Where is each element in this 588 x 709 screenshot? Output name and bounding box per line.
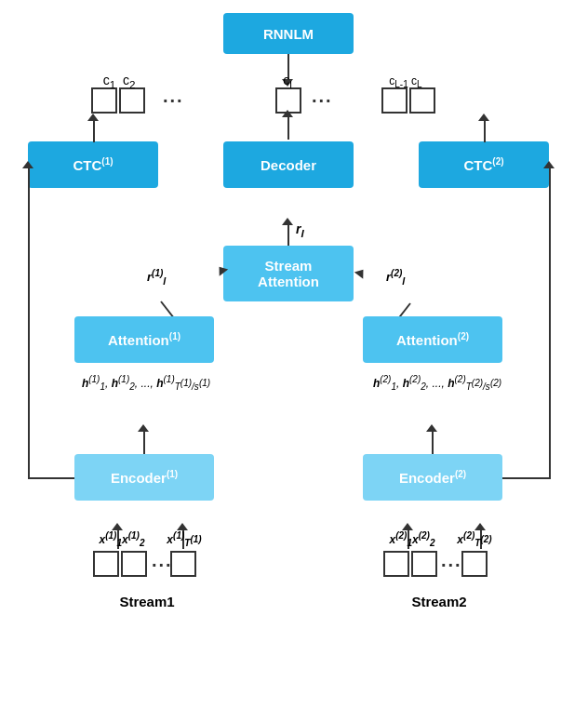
stream-attention-box: StreamAttention — [223, 246, 354, 301]
xt2-box — [461, 551, 488, 577]
rnnlm-label: RNNLM — [263, 26, 314, 42]
encoder1-label: Encoder(1) — [111, 469, 178, 486]
cL1-box — [381, 87, 408, 114]
rnnlm-box: RNNLM — [223, 13, 354, 54]
stream-attention-label: StreamAttention — [258, 258, 319, 289]
decoder-box: Decoder — [223, 141, 354, 188]
x1-box1 — [93, 551, 119, 577]
arrowhead-xt2-enc2 — [474, 523, 486, 530]
ctc2-box: CTC(2) — [419, 141, 549, 188]
x2-label: x(2)1x(2)2 — [380, 530, 445, 548]
arrowhead-x1-enc1 — [112, 523, 123, 530]
x1-input-boxes — [93, 551, 147, 577]
encoder1-box: Encoder(1) — [74, 454, 214, 501]
cL-boxes — [381, 87, 435, 114]
c1-label: c1 c2 — [93, 73, 145, 90]
xt2-label: x(2)T(2) — [456, 530, 493, 548]
arrowhead-ctc1 — [22, 161, 33, 168]
encoder2-box: Encoder(2) — [363, 454, 502, 501]
arrow-enc1-att1 — [143, 428, 145, 454]
x1-label: x(1)1x(1)2 — [89, 530, 154, 548]
stream2-label: Stream2 — [393, 594, 486, 609]
arrowhead-ctc1-cboxes — [87, 114, 99, 121]
xt1-label: x(1)T(1) — [166, 530, 203, 548]
arrowhead-enc2-att2 — [426, 424, 437, 432]
arrow-enc1-ctc1-h — [28, 477, 74, 479]
dots-cl-cL: ··· — [312, 90, 333, 112]
arrowhead-enc1-att1 — [138, 424, 149, 432]
stream1-label: Stream1 — [100, 594, 194, 609]
arrow-enc2-ctc2-h — [502, 477, 551, 479]
x1-box2 — [121, 551, 147, 577]
arrowhead-att2-sa — [354, 266, 368, 279]
ctc1-label: CTC(1) — [73, 156, 113, 173]
attention1-box: Attention(1) — [74, 316, 214, 363]
ctc2-label: CTC(2) — [463, 156, 503, 173]
x2-input-boxes — [383, 551, 437, 577]
c1-box1 — [91, 87, 117, 114]
c1-boxes — [91, 87, 145, 114]
arrowhead-ctc2-cboxes — [478, 114, 489, 121]
ctc1-box: CTC(1) — [28, 141, 158, 188]
arrow-ctc2-cboxes — [484, 117, 486, 142]
c1-box2 — [119, 87, 145, 114]
cL-box — [409, 87, 435, 114]
h1-label: h(1)1, h(1)2, ..., h(1)T(1)/s(1) — [48, 374, 244, 392]
dots-c2-cl: ··· — [163, 90, 184, 112]
encoder2-label: Encoder(2) — [399, 469, 466, 486]
architecture-diagram: RNNLM c1 c2 ··· cl ··· cL-1 cL CTC(1) De… — [0, 0, 588, 709]
arrowhead-sa-up — [282, 218, 293, 225]
x2-box2 — [411, 551, 437, 577]
decoder-label: Decoder — [261, 157, 316, 173]
rl-label: rl — [296, 221, 304, 239]
arrow-ctc1-cboxes — [93, 117, 95, 142]
xt1-box — [170, 551, 196, 577]
arrowhead-cl-up — [282, 110, 293, 117]
arrow-cl-decoder — [287, 114, 289, 140]
h2-label: h(2)1, h(2)2, ..., h(2)T(2)/s(2) — [335, 374, 540, 392]
cl-label: cl — [269, 73, 306, 90]
x2-box1 — [383, 551, 409, 577]
arrow-enc1-ctc1-v — [28, 165, 30, 478]
rl2-label: r(2)l — [386, 268, 405, 287]
attention2-box: Attention(2) — [363, 316, 502, 363]
arrowhead-x2-enc2 — [402, 523, 413, 530]
arrow-enc2-att2 — [432, 428, 434, 454]
attention1-label: Attention(1) — [108, 331, 180, 348]
cL-label: cL-1 cL — [378, 73, 434, 89]
dots-x2-xT2: ··· — [441, 555, 462, 576]
arrow-enc2-ctc2-v — [549, 165, 551, 478]
arrowhead-ctc2 — [543, 161, 555, 168]
rl1-label: r(1)l — [147, 268, 166, 287]
attention2-label: Attention(2) — [396, 331, 469, 348]
arrowhead-xt1-enc1 — [177, 523, 188, 530]
